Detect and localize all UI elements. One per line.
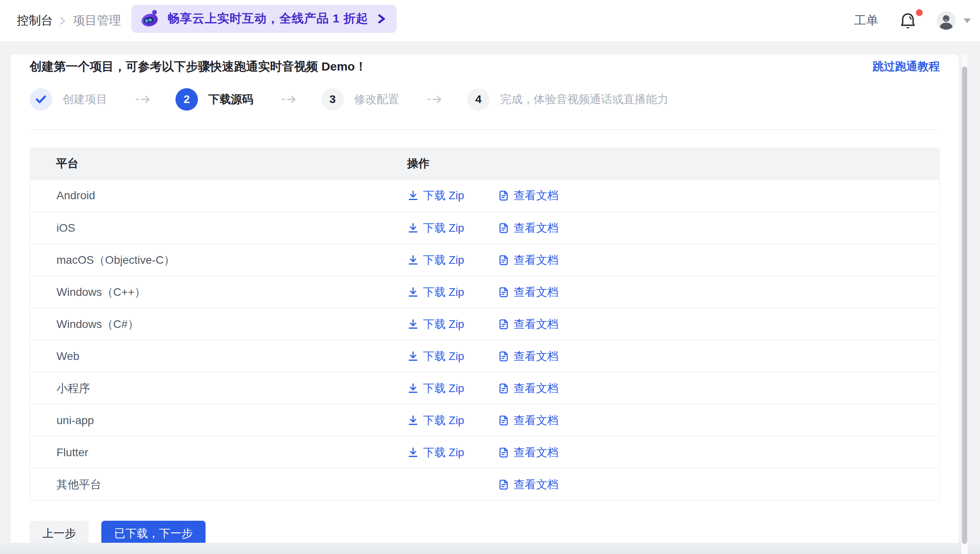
download-zip-link[interactable]: 下载 Zip (407, 220, 464, 236)
column-header-platform: 平台 (30, 156, 405, 171)
step-3-label: 修改配置 (354, 92, 399, 107)
vertical-scrollbar-thumb[interactable] (962, 67, 967, 544)
vertical-scrollbar-track[interactable] (961, 55, 968, 554)
download-zip-label: 下载 Zip (423, 413, 464, 428)
page-title: 创建第一个项目，可参考以下步骤快速跑通实时音视频 Demo！ (30, 60, 367, 73)
table-row: Windows（C#） 下载 Zip 查看文档 (30, 308, 940, 340)
download-icon (407, 383, 419, 394)
check-icon (36, 95, 46, 104)
notification-dot (916, 9, 923, 16)
bottom-edge-band (0, 543, 980, 554)
download-zip-label: 下载 Zip (423, 445, 464, 460)
table-body: Android 下载 Zip 查看文档 iOS 下载 Zip (30, 180, 940, 500)
view-docs-label: 查看文档 (514, 253, 559, 268)
download-icon (407, 190, 419, 201)
column-header-ops: 操作 (405, 156, 940, 171)
view-docs-link[interactable]: 查看文档 (498, 253, 559, 268)
table-row: uni-app 下载 Zip 查看文档 (30, 404, 940, 436)
download-zip-label: 下载 Zip (423, 285, 464, 300)
view-docs-link[interactable]: 查看文档 (498, 445, 559, 460)
row-actions: 下载 Zip 查看文档 (405, 477, 940, 492)
promo-sticker-icon: 新春 (139, 8, 161, 30)
download-zip-link[interactable]: 下载 Zip (407, 381, 464, 396)
table-row: Android 下载 Zip 查看文档 (30, 180, 940, 212)
promo-banner[interactable]: 新春 畅享云上实时互动，全线产品 1 折起 (131, 5, 397, 33)
table-header-row: 平台 操作 (30, 148, 940, 180)
download-zip-link[interactable]: 下载 Zip (407, 253, 464, 268)
table-row: Flutter 下载 Zip 查看文档 (30, 436, 940, 468)
step-1-circle (30, 88, 52, 111)
view-docs-link[interactable]: 查看文档 (498, 220, 559, 236)
platform-name: uni-app (30, 414, 405, 427)
table-row: Windows（C++） 下载 Zip 查看文档 (30, 276, 940, 308)
breadcrumb-item-project-management[interactable]: 项目管理 (73, 12, 121, 29)
promo-banner-text: 畅享云上实时互动，全线产品 1 折起 (167, 10, 368, 27)
platform-name: Android (30, 189, 405, 202)
download-zip-label: 下载 Zip (423, 253, 464, 268)
notification-bell-button[interactable] (900, 12, 916, 30)
view-docs-label: 查看文档 (514, 445, 559, 460)
platform-name: Windows（C++） (30, 285, 405, 300)
user-avatar[interactable] (937, 11, 956, 30)
top-header-bar: 控制台 项目管理 新春 (0, 0, 980, 41)
download-zip-label: 下载 Zip (423, 188, 464, 203)
download-zip-label: 下载 Zip (423, 317, 464, 332)
document-icon (498, 351, 509, 362)
document-icon (498, 255, 509, 266)
download-icon (407, 287, 419, 298)
view-docs-label: 查看文档 (514, 413, 559, 428)
download-zip-label: 下载 Zip (423, 349, 464, 364)
platform-name: iOS (30, 222, 405, 235)
ticket-link[interactable]: 工单 (854, 12, 878, 29)
step-modify-config: 3 修改配置 (321, 88, 399, 111)
platform-name: Web (30, 350, 405, 363)
row-actions: 下载 Zip 查看文档 (405, 285, 940, 300)
step-2-label: 下载源码 (208, 92, 253, 107)
view-docs-link[interactable]: 查看文档 (498, 188, 559, 203)
view-docs-label: 查看文档 (514, 317, 559, 332)
view-docs-link[interactable]: 查看文档 (498, 381, 559, 396)
row-actions: 下载 Zip 查看文档 (405, 253, 940, 268)
view-docs-label: 查看文档 (514, 188, 559, 203)
table-row: 其他平台 下载 Zip 查看文档 (30, 468, 940, 500)
step-2-circle: 2 (175, 88, 198, 111)
document-icon (498, 190, 509, 201)
row-actions: 下载 Zip 查看文档 (405, 413, 940, 428)
document-icon (498, 415, 509, 426)
document-icon (498, 287, 509, 298)
table-row: Web 下载 Zip 查看文档 (30, 340, 940, 372)
step-create-project: 创建项目 (30, 88, 107, 111)
view-docs-link[interactable]: 查看文档 (498, 285, 559, 300)
skip-tutorial-link[interactable]: 跳过跑通教程 (873, 60, 940, 73)
platform-table: 平台 操作 Android 下载 Zip 查看文档 iOS (30, 148, 940, 501)
step-finish: 4 完成，体验音视频通话或直播能力 (467, 88, 668, 111)
view-docs-label: 查看文档 (514, 477, 559, 492)
platform-name: macOS（Objective-C） (30, 253, 405, 268)
download-zip-link[interactable]: 下载 Zip (407, 188, 464, 203)
document-icon (498, 447, 509, 458)
download-zip-link[interactable]: 下载 Zip (407, 285, 464, 300)
view-docs-link[interactable]: 查看文档 (498, 349, 559, 364)
table-row: 小程序 下载 Zip 查看文档 (30, 372, 940, 404)
breadcrumb: 控制台 项目管理 (17, 12, 121, 29)
download-icon (407, 415, 419, 426)
step-arrow-icon (281, 95, 296, 104)
view-docs-link[interactable]: 查看文档 (498, 317, 559, 332)
view-docs-label: 查看文档 (514, 381, 559, 396)
view-docs-label: 查看文档 (514, 349, 559, 364)
download-icon (407, 319, 419, 330)
step-arrow-icon (427, 95, 442, 104)
download-zip-link[interactable]: 下载 Zip (407, 349, 464, 364)
platform-name: 其他平台 (30, 477, 405, 492)
download-zip-link[interactable]: 下载 Zip (407, 445, 464, 460)
view-docs-link[interactable]: 查看文档 (498, 477, 559, 492)
download-zip-link[interactable]: 下载 Zip (407, 317, 464, 332)
document-icon (498, 222, 509, 234)
account-menu-caret-icon[interactable] (964, 18, 971, 23)
download-zip-label: 下载 Zip (423, 381, 464, 396)
breadcrumb-item-console[interactable]: 控制台 (17, 12, 53, 29)
view-docs-link[interactable]: 查看文档 (498, 413, 559, 428)
row-actions: 下载 Zip 查看文档 (405, 188, 940, 203)
download-zip-link[interactable]: 下载 Zip (407, 413, 464, 428)
view-docs-label: 查看文档 (514, 285, 559, 300)
